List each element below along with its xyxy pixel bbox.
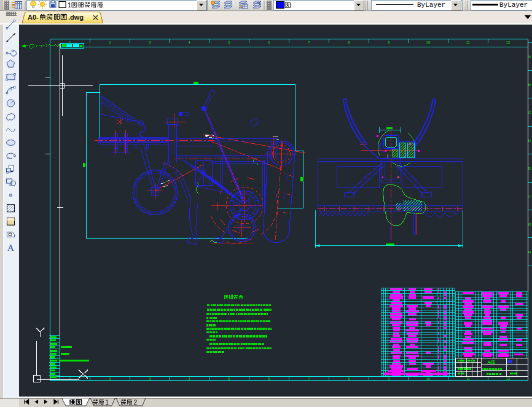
svg-text:C: C (528, 111, 531, 114)
svg-text:2: 2 (134, 399, 138, 406)
svg-text:12: 12 (506, 41, 510, 44)
svg-text:2: 2 (109, 41, 111, 44)
svg-text:9: 9 (388, 41, 390, 44)
svg-text:10: 10 (426, 377, 431, 381)
svg-text:D: D (528, 139, 531, 143)
svg-text:A: A (528, 55, 531, 58)
svg-text:5: 5 (228, 41, 230, 44)
svg-text:F: F (528, 195, 531, 199)
svg-text:10: 10 (426, 41, 431, 44)
svg-text:E: E (528, 167, 531, 170)
svg-text:1: 1 (106, 399, 109, 406)
svg-text:B: B (528, 83, 531, 87)
svg-text:11: 11 (466, 377, 471, 381)
svg-text:H: H (528, 250, 531, 254)
svg-text:G: G (528, 223, 531, 226)
svg-text:1: 1 (69, 41, 71, 44)
svg-text:6: 6 (268, 41, 270, 44)
svg-text:4: 4 (188, 41, 190, 44)
svg-text:12: 12 (506, 377, 510, 381)
svg-text:3: 3 (149, 41, 151, 44)
svg-text:7: 7 (308, 41, 310, 44)
svg-text:A: A (7, 243, 14, 253)
svg-text:11: 11 (466, 41, 471, 44)
svg-text:8: 8 (348, 41, 350, 44)
